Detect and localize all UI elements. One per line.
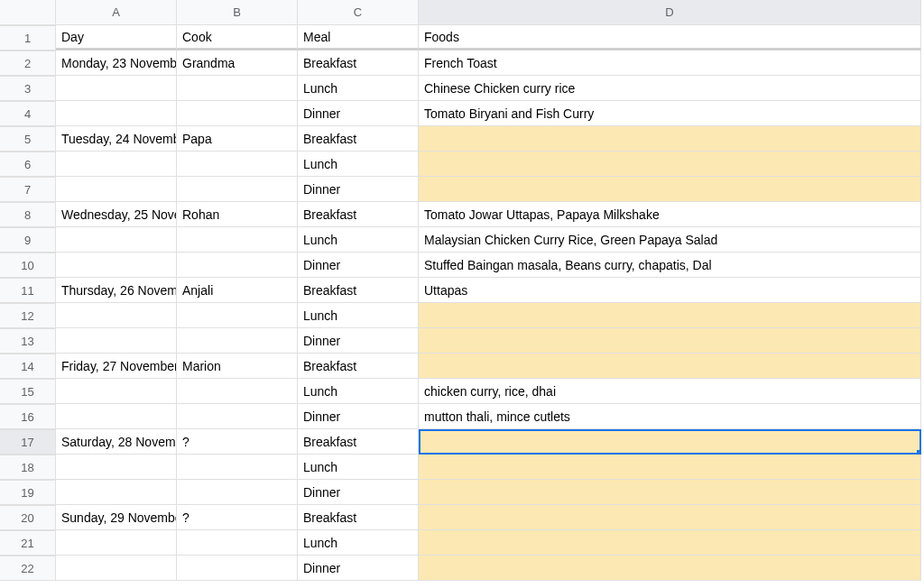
cell-C8[interactable]: Breakfast bbox=[298, 202, 419, 227]
cell-A11[interactable]: Thursday, 26 November bbox=[56, 278, 177, 303]
cell-B22[interactable] bbox=[177, 556, 298, 581]
column-header-C[interactable]: C bbox=[298, 0, 419, 25]
row-header-5[interactable]: 5 bbox=[0, 126, 56, 152]
row-header-17[interactable]: 17 bbox=[0, 429, 56, 455]
cell-B12[interactable] bbox=[177, 303, 298, 328]
cell-D4[interactable]: Tomato Biryani and Fish Curry bbox=[419, 101, 921, 126]
cell-D2[interactable]: French Toast bbox=[419, 51, 921, 76]
row-header-16[interactable]: 16 bbox=[0, 404, 56, 429]
cell-B19[interactable] bbox=[177, 480, 298, 505]
cell-C3[interactable]: Lunch bbox=[298, 76, 419, 101]
cell-D1[interactable]: Foods bbox=[419, 25, 921, 51]
row-header-18[interactable]: 18 bbox=[0, 455, 56, 480]
cell-B11[interactable]: Anjali bbox=[177, 278, 298, 303]
cell-B15[interactable] bbox=[177, 379, 298, 404]
cell-D14[interactable] bbox=[419, 354, 921, 379]
cell-B9[interactable] bbox=[177, 227, 298, 253]
cell-B10[interactable] bbox=[177, 253, 298, 278]
cell-D11[interactable]: Uttapas bbox=[419, 278, 921, 303]
cell-C14[interactable]: Breakfast bbox=[298, 354, 419, 379]
cell-D17[interactable] bbox=[419, 429, 921, 455]
cell-D22[interactable] bbox=[419, 556, 921, 581]
cell-A8[interactable]: Wednesday, 25 November bbox=[56, 202, 177, 227]
cell-B1[interactable]: Cook bbox=[177, 25, 298, 51]
cell-B7[interactable] bbox=[177, 177, 298, 202]
cell-B3[interactable] bbox=[177, 76, 298, 101]
cell-C7[interactable]: Dinner bbox=[298, 177, 419, 202]
row-header-15[interactable]: 15 bbox=[0, 379, 56, 404]
cell-B4[interactable] bbox=[177, 101, 298, 126]
row-header-21[interactable]: 21 bbox=[0, 530, 56, 556]
cell-B20[interactable]: ? bbox=[177, 505, 298, 530]
cell-A6[interactable] bbox=[56, 152, 177, 177]
cell-C18[interactable]: Lunch bbox=[298, 455, 419, 480]
cell-B18[interactable] bbox=[177, 455, 298, 480]
cell-D21[interactable] bbox=[419, 530, 921, 556]
row-header-22[interactable]: 22 bbox=[0, 556, 56, 581]
cell-B8[interactable]: Rohan bbox=[177, 202, 298, 227]
cell-B2[interactable]: Grandma bbox=[177, 51, 298, 76]
row-header-2[interactable]: 2 bbox=[0, 51, 56, 76]
row-header-9[interactable]: 9 bbox=[0, 227, 56, 253]
cell-C13[interactable]: Dinner bbox=[298, 328, 419, 354]
cell-A5[interactable]: Tuesday, 24 November bbox=[56, 126, 177, 152]
row-header-20[interactable]: 20 bbox=[0, 505, 56, 530]
cell-A19[interactable] bbox=[56, 480, 177, 505]
cell-A2[interactable]: Monday, 23 November bbox=[56, 51, 177, 76]
cell-C19[interactable]: Dinner bbox=[298, 480, 419, 505]
cell-C12[interactable]: Lunch bbox=[298, 303, 419, 328]
row-header-13[interactable]: 13 bbox=[0, 328, 56, 354]
row-header-3[interactable]: 3 bbox=[0, 76, 56, 101]
cell-D6[interactable] bbox=[419, 152, 921, 177]
row-header-6[interactable]: 6 bbox=[0, 152, 56, 177]
cell-D16[interactable]: mutton thali, mince cutlets bbox=[419, 404, 921, 429]
row-header-7[interactable]: 7 bbox=[0, 177, 56, 202]
cell-A14[interactable]: Friday, 27 November bbox=[56, 354, 177, 379]
cell-D7[interactable] bbox=[419, 177, 921, 202]
cell-D20[interactable] bbox=[419, 505, 921, 530]
cell-D5[interactable] bbox=[419, 126, 921, 152]
cell-C2[interactable]: Breakfast bbox=[298, 51, 419, 76]
cell-D19[interactable] bbox=[419, 480, 921, 505]
cell-C22[interactable]: Dinner bbox=[298, 556, 419, 581]
cell-D9[interactable]: Malaysian Chicken Curry Rice, Green Papa… bbox=[419, 227, 921, 253]
cell-C1[interactable]: Meal bbox=[298, 25, 419, 51]
cell-C20[interactable]: Breakfast bbox=[298, 505, 419, 530]
row-header-1[interactable]: 1 bbox=[0, 25, 56, 51]
cell-C10[interactable]: Dinner bbox=[298, 253, 419, 278]
cell-D15[interactable]: chicken curry, rice, dhai bbox=[419, 379, 921, 404]
cell-A4[interactable] bbox=[56, 101, 177, 126]
column-header-D[interactable]: D bbox=[419, 0, 921, 25]
cell-C11[interactable]: Breakfast bbox=[298, 278, 419, 303]
cell-B16[interactable] bbox=[177, 404, 298, 429]
cell-A16[interactable] bbox=[56, 404, 177, 429]
cell-A17[interactable]: Saturday, 28 November bbox=[56, 429, 177, 455]
select-all-corner[interactable] bbox=[0, 0, 56, 25]
cell-D12[interactable] bbox=[419, 303, 921, 328]
cell-D10[interactable]: Stuffed Baingan masala, Beans curry, cha… bbox=[419, 253, 921, 278]
cell-B13[interactable] bbox=[177, 328, 298, 354]
cell-C6[interactable]: Lunch bbox=[298, 152, 419, 177]
cell-D18[interactable] bbox=[419, 455, 921, 480]
cell-A22[interactable] bbox=[56, 556, 177, 581]
column-header-A[interactable]: A bbox=[56, 0, 177, 25]
cell-C15[interactable]: Lunch bbox=[298, 379, 419, 404]
cell-B21[interactable] bbox=[177, 530, 298, 556]
cell-A21[interactable] bbox=[56, 530, 177, 556]
cell-D3[interactable]: Chinese Chicken curry rice bbox=[419, 76, 921, 101]
cell-B17[interactable]: ? bbox=[177, 429, 298, 455]
cell-A7[interactable] bbox=[56, 177, 177, 202]
cell-A9[interactable] bbox=[56, 227, 177, 253]
row-header-11[interactable]: 11 bbox=[0, 278, 56, 303]
spreadsheet-grid[interactable]: ABCD1DayCookMealFoods2Monday, 23 Novembe… bbox=[0, 0, 924, 581]
cell-B5[interactable]: Papa bbox=[177, 126, 298, 152]
row-header-19[interactable]: 19 bbox=[0, 480, 56, 505]
cell-A10[interactable] bbox=[56, 253, 177, 278]
cell-D8[interactable]: Tomato Jowar Uttapas, Papaya Milkshake bbox=[419, 202, 921, 227]
row-header-14[interactable]: 14 bbox=[0, 354, 56, 379]
cell-A20[interactable]: Sunday, 29 November bbox=[56, 505, 177, 530]
cell-A18[interactable] bbox=[56, 455, 177, 480]
row-header-10[interactable]: 10 bbox=[0, 253, 56, 278]
cell-B14[interactable]: Marion bbox=[177, 354, 298, 379]
row-header-12[interactable]: 12 bbox=[0, 303, 56, 328]
